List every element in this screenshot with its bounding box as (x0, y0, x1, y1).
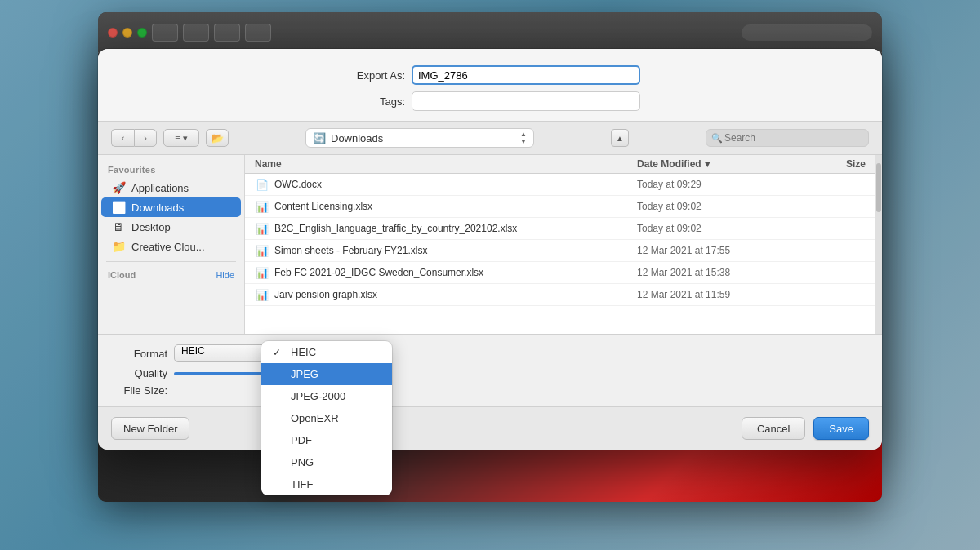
file-row[interactable]: 📊 Feb FC 2021-02_IDGC Sweden_Consumer.xl… (245, 262, 875, 284)
file-list-header: Name Date Modified ▾ Size (245, 155, 875, 174)
format-row: Format HEIC ▲▼ (114, 344, 866, 362)
dropdown-item-jpeg[interactable]: JPEG (261, 363, 392, 385)
format-label: Format (114, 348, 167, 360)
location-text: 🔄 Downloads (313, 132, 383, 144)
file-icon-xlsx-5: 📊 (255, 287, 270, 302)
dropdown-label-png: PNG (291, 456, 314, 468)
dialog-nav: ‹ › ≡ ▾ 📂 🔄 Downloads ▲ ▼ ▲ (98, 121, 882, 155)
export-input[interactable] (412, 65, 640, 85)
down-arrow-icon: ▼ (520, 139, 527, 145)
file-date-2: Today at 09:02 (637, 223, 800, 234)
dropdown-label-pdf: PDF (291, 434, 312, 446)
file-row[interactable]: 📄 OWC.docx Today at 09:29 (245, 174, 875, 196)
tags-label: Tags: (340, 95, 405, 108)
folder-icon: 📂 (211, 132, 224, 144)
nav-search-wrapper: 🔍 (706, 129, 869, 147)
col-name-header: Name (255, 158, 637, 170)
sidebar-item-desktop[interactable]: 🖥 Desktop (101, 217, 241, 237)
quality-label: Quality (114, 367, 167, 379)
dropdown-item-heic[interactable]: ✓ HEIC (261, 341, 392, 363)
save-button[interactable]: Save (813, 417, 869, 440)
forward-button[interactable]: › (134, 129, 157, 147)
scrollbar-thumb[interactable] (876, 163, 881, 212)
file-name-5: Jarv pension graph.xlsx (274, 289, 637, 300)
back-forward-group: ‹ › (111, 129, 157, 147)
filesize-label: File Size: (114, 384, 167, 397)
format-current-value: HEIC (181, 345, 205, 357)
sidebar-item-label-downloads: Downloads (131, 202, 184, 214)
file-list: Name Date Modified ▾ Size 📄 OWC.docx Tod… (245, 155, 875, 334)
dropdown-item-png[interactable]: PNG (261, 451, 392, 473)
cancel-button[interactable]: Cancel (742, 417, 805, 440)
dropdown-label-openexr: OpenEXR (291, 412, 339, 424)
sidebar-item-applications[interactable]: 🚀 Applications (101, 178, 241, 197)
file-name-4: Feb FC 2021-02_IDGC Sweden_Consumer.xlsx (274, 267, 637, 278)
dropdown-item-openexr[interactable]: OpenEXR (261, 407, 392, 429)
dropdown-label-heic: HEIC (291, 346, 316, 358)
footer-right: Cancel Save (742, 417, 869, 440)
sidebar: Favourites 🚀 Applications ⬇️ Downloads 🖥… (98, 155, 245, 334)
up-arrow-icon: ▲ (520, 131, 527, 138)
export-row: Export As: (114, 65, 866, 85)
dropdown-label-tiff: TIFF (291, 478, 313, 490)
icloud-label: iCloud (108, 270, 136, 280)
file-date-4: 12 Mar 2021 at 15:38 (637, 267, 800, 278)
sidebar-item-downloads[interactable]: ⬇️ Downloads (101, 197, 241, 217)
icloud-row: iCloud Hide (98, 267, 244, 283)
file-name-1: Content Licensing.xlsx (274, 201, 637, 212)
file-icon-docx: 📄 (255, 177, 270, 192)
sidebar-item-label-cc: Creative Clou... (131, 241, 205, 253)
file-row[interactable]: 📊 Content Licensing.xlsx Today at 09:02 (245, 196, 875, 218)
file-date-3: 12 Mar 2021 at 17:55 (637, 245, 800, 256)
dropdown-item-jpeg2000[interactable]: JPEG-2000 (261, 385, 392, 407)
tags-row: Tags: (114, 91, 866, 111)
file-date-1: Today at 09:02 (637, 201, 800, 212)
dropdown-item-tiff[interactable]: TIFF (261, 473, 392, 495)
file-icon-xlsx-1: 📊 (255, 199, 270, 214)
check-icon: ✓ (273, 347, 284, 358)
dropdown-label-jpeg2000: JPEG-2000 (291, 390, 345, 402)
col-size-header: Size (800, 158, 866, 170)
creative-cloud-icon: 📁 (111, 240, 126, 253)
dialog-options: Format HEIC ▲▼ Quality File Size: (98, 335, 882, 407)
search-icon: 🔍 (711, 133, 723, 144)
location-label: Downloads (331, 132, 383, 144)
downloads-icon: ⬇️ (111, 201, 126, 214)
file-icon-xlsx-4: 📊 (255, 265, 270, 280)
dialog-overlay: Export As: Tags: ‹ › ≡ ▾ 📂 🔄 (0, 0, 980, 550)
file-row[interactable]: 📊 Jarv pension graph.xlsx 12 Mar 2021 at… (245, 284, 875, 306)
dialog-header: Export As: Tags: (98, 49, 882, 121)
nav-search-input[interactable] (706, 129, 869, 147)
sidebar-item-label-desktop: Desktop (131, 221, 171, 233)
view-icon: ≡ ▾ (175, 133, 187, 144)
location-icon: 🔄 (313, 132, 326, 144)
new-folder-nav-button[interactable]: 📂 (206, 129, 229, 147)
save-dialog: Export As: Tags: ‹ › ≡ ▾ 📂 🔄 (98, 49, 882, 450)
new-folder-button[interactable]: New Folder (111, 417, 189, 440)
sort-arrow-icon: ▾ (705, 158, 710, 170)
file-icon-xlsx-3: 📊 (255, 243, 270, 258)
location-selector[interactable]: 🔄 Downloads ▲ ▼ (305, 128, 534, 148)
dropdown-item-pdf[interactable]: PDF (261, 429, 392, 451)
dialog-footer: New Folder Cancel Save (98, 407, 882, 450)
tags-input[interactable] (412, 91, 640, 111)
col-date-header[interactable]: Date Modified ▾ (637, 158, 800, 170)
expand-button[interactable]: ▲ (611, 129, 629, 147)
dialog-browser: Favourites 🚀 Applications ⬇️ Downloads 🖥… (98, 155, 882, 335)
dropdown-label-jpeg: JPEG (291, 368, 318, 380)
export-label: Export As: (340, 69, 405, 82)
file-name-0: OWC.docx (274, 179, 637, 190)
sidebar-item-creative-cloud[interactable]: 📁 Creative Clou... (101, 237, 241, 256)
quality-row: Quality (114, 367, 866, 379)
file-date-0: Today at 09:29 (637, 179, 800, 190)
filesize-row: File Size: (114, 384, 866, 397)
scrollbar[interactable] (875, 155, 882, 334)
sidebar-item-label-applications: Applications (131, 182, 189, 194)
sidebar-section-favourites: Favourites (98, 163, 244, 178)
back-button[interactable]: ‹ (111, 129, 134, 147)
sidebar-divider (106, 261, 236, 262)
file-row[interactable]: 📊 B2C_English_language_traffic_by_countr… (245, 218, 875, 240)
file-row[interactable]: 📊 Simon sheets - February FY21.xlsx 12 M… (245, 240, 875, 262)
icloud-hide-button[interactable]: Hide (216, 270, 234, 280)
view-options-button[interactable]: ≡ ▾ (163, 129, 199, 147)
